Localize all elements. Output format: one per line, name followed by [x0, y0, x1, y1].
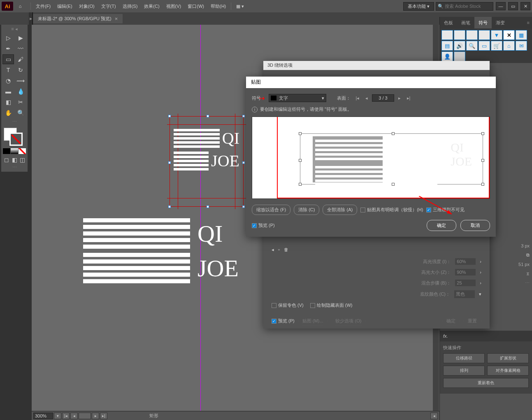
pen-tool[interactable]: ✒: [2, 44, 14, 54]
cb-preview-map[interactable]: ✓: [252, 223, 257, 228]
home-icon[interactable]: ⌂: [16, 2, 25, 11]
bs-field[interactable]: 25: [455, 280, 476, 286]
menu-view[interactable]: 视图(V): [163, 3, 185, 9]
tab-brushes[interactable]: 画笔: [457, 17, 474, 28]
surface-first-icon[interactable]: |◂: [354, 94, 361, 102]
map-preview[interactable]: QIJOE: [252, 117, 490, 199]
nav-prev-icon[interactable]: ◂: [70, 413, 78, 419]
symbol-item[interactable]: ⌂: [503, 41, 515, 51]
qbtn-align-pixel[interactable]: 对齐像素网格: [487, 366, 529, 376]
btn-fewer[interactable]: 较少选项 (O): [331, 316, 366, 326]
menu-effect[interactable]: 效果(C): [141, 3, 163, 9]
menu-select[interactable]: 选择(S): [119, 3, 141, 9]
surface-last-icon[interactable]: ▸|: [405, 94, 412, 102]
surface-counter[interactable]: 3 / 3: [372, 94, 394, 102]
zoom-input[interactable]: 300%: [33, 413, 53, 419]
selected-3d-object[interactable]: QI JOE: [170, 116, 244, 207]
hi-field[interactable]: 60%: [455, 258, 476, 265]
artboard-nav[interactable]: [79, 413, 91, 419]
direct-selection-tool[interactable]: ▶: [15, 33, 26, 43]
link-icon[interactable]: ⧉: [518, 252, 530, 258]
workspace-switcher[interactable]: 基本功能 ▾: [403, 2, 434, 11]
btn-cancel[interactable]: 取消: [460, 220, 490, 231]
search-stock[interactable]: 🔍 搜索 Adobe Stock: [436, 2, 493, 11]
hand-tool[interactable]: ✋: [2, 108, 14, 118]
eyedropper-tool[interactable]: 💧: [15, 86, 26, 96]
draw-inside-icon[interactable]: ◫: [19, 156, 26, 163]
menu-help[interactable]: 帮助(H): [207, 3, 229, 9]
btn-reset-3d[interactable]: 重置: [463, 316, 481, 326]
qbtn-recolor[interactable]: 重新着色: [443, 378, 529, 388]
nav-next-icon[interactable]: ▸: [92, 413, 99, 419]
btn-map[interactable]: 贴图 (M)...: [298, 316, 328, 326]
shape-builder-tool[interactable]: ◔: [2, 76, 14, 86]
tab-close-icon[interactable]: ×: [115, 16, 118, 22]
restore-icon[interactable]: ▭: [508, 2, 518, 10]
symbol-item[interactable]: [441, 30, 453, 40]
width-tool[interactable]: ⟿: [15, 76, 26, 86]
symbol-item-selected[interactable]: [454, 51, 465, 61]
btn-ok[interactable]: 确定: [427, 220, 456, 231]
symbol-item[interactable]: ✕: [503, 30, 515, 40]
trash-icon[interactable]: 🗑: [284, 247, 288, 252]
cb-draw-hidden[interactable]: [310, 303, 315, 308]
symbol-item[interactable]: ▭: [479, 41, 490, 51]
chevron-icon[interactable]: ›: [480, 259, 481, 264]
symbol-item[interactable]: 🛒: [491, 41, 502, 51]
qbtn-offset-path[interactable]: 位移路径: [443, 353, 485, 363]
btn-clear-all[interactable]: 全部清除 (A): [323, 205, 357, 215]
panel-menu-icon[interactable]: ≡: [525, 20, 532, 25]
zoom-tool[interactable]: 🔍: [15, 108, 26, 118]
document-tab[interactable]: 未标题-2* @ 300% (RGB/GPU 预览) ×: [33, 14, 123, 23]
tool-grip-icon[interactable]: ≡ ◂: [2, 26, 27, 33]
menu-edit[interactable]: 编辑(E): [54, 3, 76, 9]
menu-window[interactable]: 窗口(W): [184, 3, 207, 9]
btn-clear[interactable]: 清除 (C): [294, 205, 319, 215]
symbol-item[interactable]: [479, 30, 490, 40]
brush-tool[interactable]: 🖌: [15, 54, 26, 64]
edit-toolbar-icon[interactable]: ⋯: [2, 118, 27, 125]
symbol-item[interactable]: [454, 30, 465, 40]
tab-symbols[interactable]: 符号: [474, 17, 492, 28]
qbtn-expand-shape[interactable]: 扩展形状: [487, 353, 529, 363]
cb-shade-artwork[interactable]: [360, 208, 365, 212]
btn-scale-fit[interactable]: 缩放以适合 (F): [252, 205, 290, 215]
surface-prev-icon[interactable]: ◂: [363, 94, 370, 102]
close-icon[interactable]: ✕: [520, 2, 530, 10]
tab-swatches[interactable]: 色板: [440, 17, 457, 28]
stroke-swatch[interactable]: [9, 133, 23, 146]
screen-mode-icon[interactable]: ⋯: [2, 164, 27, 171]
chevron-icon[interactable]: ›: [480, 280, 481, 285]
menu-type[interactable]: 文字(T): [98, 3, 119, 9]
cb-preview-3d[interactable]: ✓: [272, 319, 276, 324]
qbtn-arrange[interactable]: 排列: [443, 366, 485, 376]
more-icon[interactable]: ⋯: [518, 280, 530, 286]
mapped-symbol-bounds[interactable]: QIJOE: [300, 133, 483, 184]
color-mode-icon[interactable]: [3, 148, 10, 154]
fill-stroke-swatches[interactable]: [2, 127, 27, 147]
cb-invisible-geometry[interactable]: ✓: [426, 208, 431, 212]
sc-field[interactable]: 黑色: [454, 290, 475, 298]
surface-next-icon[interactable]: ▸: [396, 94, 403, 102]
gradient-mode-icon[interactable]: [11, 148, 18, 154]
menu-object[interactable]: 对象(O): [76, 3, 98, 9]
symbol-item[interactable]: ▦: [516, 30, 527, 40]
scroll-left-icon[interactable]: ◂: [430, 413, 438, 419]
timer-icon[interactable]: ⧗: [518, 271, 530, 276]
symbol-item[interactable]: 🔍: [466, 41, 478, 51]
rotate-tool[interactable]: ↻: [15, 65, 26, 75]
hs-field[interactable]: 90%: [455, 269, 476, 275]
arrange-documents-icon[interactable]: ▦ ▾: [233, 4, 247, 9]
draw-behind-icon[interactable]: ◧: [11, 156, 18, 163]
panel-expander[interactable]: ▶: [29, 12, 33, 25]
rectangle-tool[interactable]: ▭: [2, 54, 14, 64]
menu-file[interactable]: 文件(F): [33, 3, 54, 9]
light-add-icon[interactable]: ▫: [278, 247, 280, 252]
none-mode-icon[interactable]: [19, 148, 26, 154]
light-prev-icon[interactable]: ◂: [272, 247, 274, 252]
nav-last-icon[interactable]: ▸|: [100, 413, 107, 419]
symbol-item[interactable]: ▼: [491, 30, 502, 40]
cb-preserve-spot[interactable]: [272, 303, 276, 308]
draw-normal-icon[interactable]: ◻: [3, 156, 10, 163]
tab-gradient[interactable]: 渐变: [492, 17, 509, 28]
